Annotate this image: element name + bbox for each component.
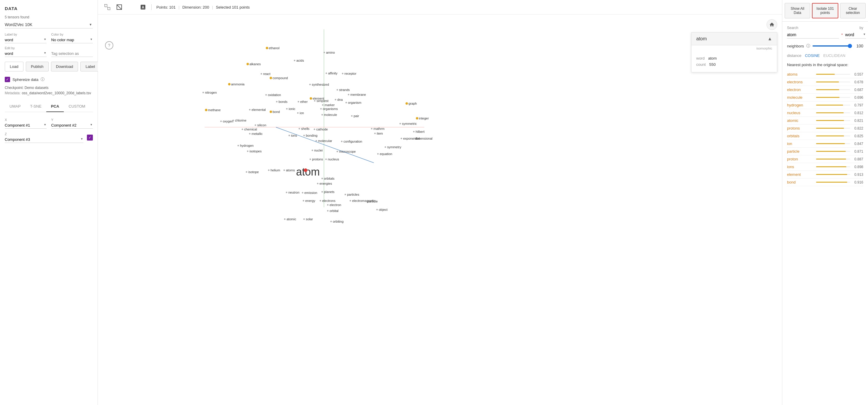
nearest-word[interactable]: bond bbox=[787, 180, 814, 184]
distance-label: distance bbox=[787, 54, 801, 58]
list-item[interactable]: ions 0.898 bbox=[787, 163, 863, 171]
tab-pca[interactable]: PCA bbox=[46, 101, 64, 112]
nearest-title: Nearest points in the original space: bbox=[787, 63, 863, 67]
edit-by-select[interactable]: word bbox=[5, 50, 46, 57]
nearest-bar-wrap bbox=[816, 128, 850, 129]
nearest-word[interactable]: nucleus bbox=[787, 110, 814, 115]
label-by-select-wrapper[interactable]: word bbox=[5, 37, 46, 43]
list-item[interactable]: proton 0.887 bbox=[787, 155, 863, 163]
list-item[interactable]: orbitals 0.825 bbox=[787, 132, 863, 140]
detail-close-button[interactable]: ▲ bbox=[768, 36, 772, 41]
list-item[interactable]: bond 0.916 bbox=[787, 178, 863, 186]
color-by-select[interactable]: No color map bbox=[51, 37, 93, 43]
neighbors-slider-thumb[interactable] bbox=[848, 44, 852, 48]
neighbors-info-icon[interactable]: ⓘ bbox=[806, 43, 810, 48]
nearest-word[interactable]: element bbox=[787, 172, 814, 177]
scatter-label: particles bbox=[347, 193, 359, 196]
detail-count-val: 550 bbox=[709, 62, 716, 67]
tag-input[interactable] bbox=[51, 50, 93, 57]
tab-custom[interactable]: CUSTOM bbox=[64, 101, 90, 112]
load-button[interactable]: Load bbox=[5, 62, 24, 71]
scatter-label: microscope bbox=[339, 150, 356, 153]
tab-tsne[interactable]: T-SNE bbox=[26, 101, 46, 112]
list-item[interactable]: element 0.913 bbox=[787, 171, 863, 178]
distance-euclidean-button[interactable]: EUCLIDEAN bbox=[823, 54, 845, 58]
list-item[interactable]: atoms 0.557 bbox=[787, 71, 863, 78]
nearest-value: 0.822 bbox=[852, 126, 863, 130]
nearest-word[interactable]: hydrogen bbox=[787, 103, 814, 107]
scatter-dot-small bbox=[320, 200, 321, 202]
nearest-word[interactable]: atomic bbox=[787, 118, 814, 123]
color-by-group: Color by No color map bbox=[51, 33, 93, 43]
show-all-data-button[interactable]: Show AllData bbox=[785, 3, 810, 19]
tag-group[interactable] bbox=[51, 50, 93, 57]
neighbors-slider[interactable] bbox=[812, 45, 851, 46]
night-mode-icon[interactable] bbox=[126, 2, 136, 12]
nearest-word[interactable]: electron bbox=[787, 88, 814, 92]
crop-icon[interactable] bbox=[115, 2, 124, 12]
download-button[interactable]: Download bbox=[51, 62, 78, 71]
sphereize-info-icon[interactable]: ⓘ bbox=[41, 77, 44, 82]
list-item[interactable]: nucleus 0.812 bbox=[787, 109, 863, 117]
list-item[interactable]: atomic 0.821 bbox=[787, 117, 863, 125]
label-by-select[interactable]: word bbox=[5, 37, 46, 43]
scatter-dot-small bbox=[327, 210, 329, 212]
color-by-select-wrapper[interactable]: No color map bbox=[51, 37, 93, 43]
scatter-label: object bbox=[379, 208, 388, 211]
pca-z-select[interactable]: Component #3 bbox=[5, 136, 83, 143]
home-button[interactable] bbox=[767, 19, 777, 30]
scatter-label: bonding bbox=[306, 134, 317, 137]
nearest-word[interactable]: particle bbox=[787, 149, 814, 154]
selection-rect-icon[interactable] bbox=[103, 2, 112, 12]
nearest-word[interactable]: ion bbox=[787, 141, 814, 146]
scatter-dot-small bbox=[346, 102, 347, 103]
distance-cosine-button[interactable]: COSINE bbox=[805, 54, 819, 58]
pca-z-checkbox[interactable] bbox=[87, 135, 93, 140]
list-item[interactable]: particle 0.871 bbox=[787, 148, 863, 155]
nearest-word[interactable]: atoms bbox=[787, 72, 814, 76]
dataset-select[interactable]: Word2Vec 10K bbox=[5, 21, 93, 29]
nearest-word[interactable]: ions bbox=[787, 165, 814, 169]
list-item[interactable]: electron 0.687 bbox=[787, 86, 863, 94]
scatter-label: helium bbox=[271, 168, 280, 172]
nearest-value: 0.871 bbox=[852, 149, 863, 154]
isolate-button[interactable]: Isolate 101points bbox=[812, 3, 838, 19]
nearest-word[interactable]: proton bbox=[787, 157, 814, 161]
edit-by-select-wrapper[interactable]: word bbox=[5, 50, 46, 57]
scatter-label: silicon bbox=[257, 123, 267, 127]
nearest-word[interactable]: orbitals bbox=[787, 134, 814, 138]
clear-selection-button[interactable]: Clearselection bbox=[840, 3, 866, 19]
nearest-value: 0.696 bbox=[852, 96, 863, 100]
nearest-word[interactable]: electrons bbox=[787, 80, 814, 84]
scatter-dot-small bbox=[413, 131, 415, 133]
nearest-value: 0.821 bbox=[852, 119, 863, 123]
help-button[interactable]: ? bbox=[105, 41, 113, 49]
nearest-bar bbox=[816, 89, 839, 90]
scatter-label: bonds bbox=[279, 100, 287, 103]
publish-button[interactable]: Publish bbox=[26, 62, 49, 71]
list-item[interactable]: protons 0.822 bbox=[787, 125, 863, 132]
label-button[interactable]: Label bbox=[81, 62, 100, 71]
dataset-select-wrapper[interactable]: Word2Vec 10K bbox=[5, 21, 93, 29]
search-input[interactable] bbox=[787, 31, 839, 38]
nearest-bar bbox=[816, 105, 843, 106]
scatter-dot-small bbox=[321, 114, 323, 115]
pca-y-select[interactable]: Component #2 bbox=[51, 122, 93, 129]
by-select[interactable]: word bbox=[845, 31, 866, 38]
list-item[interactable]: ion 0.847 bbox=[787, 140, 863, 148]
nearest-bar bbox=[816, 174, 847, 175]
by-select-wrapper[interactable]: word bbox=[845, 31, 866, 38]
list-item[interactable]: hydrogen 0.797 bbox=[787, 101, 863, 109]
pca-x-select[interactable]: Component #1 bbox=[5, 122, 46, 129]
nearest-word[interactable]: protons bbox=[787, 126, 814, 130]
nearest-word[interactable]: molecule bbox=[787, 95, 814, 100]
label-icon[interactable]: A bbox=[138, 2, 148, 12]
scatter-plot[interactable]: ? ethanolacidsaminoalkanesaffinityrecept… bbox=[98, 14, 782, 405]
tab-umap[interactable]: UMAP bbox=[5, 101, 26, 112]
sphereize-checkbox[interactable] bbox=[5, 77, 10, 82]
scatter-label: nitrogen bbox=[205, 91, 217, 94]
scatter-dot bbox=[416, 117, 418, 120]
list-item[interactable]: electrons 0.678 bbox=[787, 78, 863, 86]
scatter-label: acids bbox=[297, 59, 304, 62]
list-item[interactable]: molecule 0.696 bbox=[787, 94, 863, 101]
